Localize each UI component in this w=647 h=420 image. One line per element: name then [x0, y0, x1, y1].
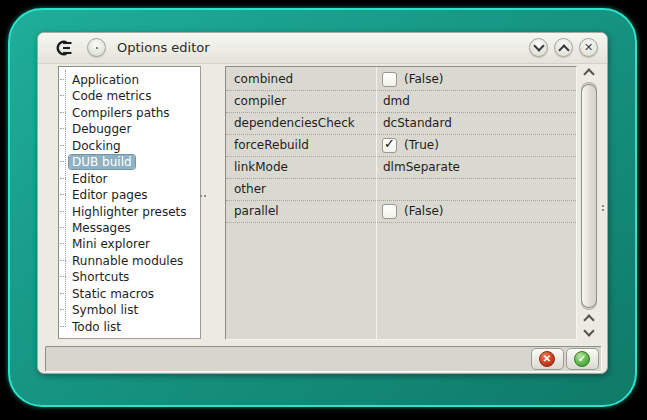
sidebar-item-label: Docking: [69, 139, 124, 153]
maximize-button[interactable]: [554, 38, 573, 57]
sidebar-item-runnable-modules[interactable]: Runnable modules: [59, 253, 200, 269]
scroll-down-button[interactable]: [579, 326, 599, 340]
sidebar-item-label: DUB build: [69, 155, 135, 169]
chevron-up-icon: [583, 314, 594, 325]
cancel-button[interactable]: ✕: [531, 348, 564, 370]
property-name: parallel: [234, 201, 372, 222]
splitter-handle[interactable]: [200, 195, 209, 198]
sidebar-item-compilers-paths[interactable]: Compilers paths: [59, 105, 200, 121]
sidebar-item-label: Compilers paths: [69, 106, 173, 120]
property-value-text: (False): [404, 201, 444, 222]
property-value: dcStandard: [377, 113, 576, 134]
scrollbar-thumb[interactable]: [581, 84, 597, 308]
sidebar-item-label: Symbol list: [69, 303, 141, 317]
chevron-up-icon: [583, 68, 594, 79]
property-row[interactable]: parallel(False): [226, 201, 576, 223]
property-name: linkMode: [234, 157, 372, 178]
property-row[interactable]: dependenciesCheckdcStandard: [226, 113, 576, 135]
property-value: ✓(True): [377, 135, 576, 156]
sidebar-item-label: Editor: [69, 172, 111, 186]
property-row[interactable]: combined(False): [226, 69, 576, 91]
sidebar-item-label: Runnable modules: [69, 254, 186, 268]
sidebar-item-todo-list[interactable]: Todo list: [59, 319, 200, 335]
property-value: dlmSeparate: [377, 157, 576, 178]
titlebar[interactable]: Options editor ✕: [38, 33, 607, 64]
sidebar-item-label: Editor pages: [69, 188, 151, 202]
coedit-logo-icon: [55, 40, 72, 56]
sidebar-item-label: Mini explorer: [69, 237, 153, 251]
sidebar-item-symbol-list[interactable]: Symbol list: [59, 302, 200, 318]
property-row[interactable]: compilerdmd: [226, 91, 576, 113]
red-cross-icon: ✕: [539, 351, 555, 367]
sidebar-item-highlighter-presets[interactable]: Highlighter presets: [59, 204, 200, 220]
chevron-down-icon: [583, 325, 594, 336]
property-value-text: (False): [404, 69, 444, 90]
property-name: other: [234, 179, 372, 200]
chevron-up-icon: [558, 44, 569, 55]
right-splitter-handle[interactable]: [602, 205, 605, 215]
property-row[interactable]: other: [226, 179, 576, 201]
property-value-text: dmd: [383, 91, 410, 112]
sidebar-item-mini-explorer[interactable]: Mini explorer: [59, 236, 200, 252]
sidebar-item-label: Shortcuts: [69, 270, 132, 284]
sidebar-item-messages[interactable]: Messages: [59, 220, 200, 236]
sidebar-item-static-macros[interactable]: Static macros: [59, 286, 200, 302]
category-list: ApplicationCode metricsCompilers pathsDe…: [58, 66, 201, 339]
sidebar-item-editor[interactable]: Editor: [59, 171, 200, 187]
close-icon: ✕: [580, 39, 597, 56]
sidebar-item-label: Debugger: [69, 122, 134, 136]
property-row[interactable]: linkModedlmSeparate: [226, 157, 576, 179]
scroll-up-button-bottom[interactable]: [579, 312, 599, 326]
property-value-text: (True): [404, 135, 439, 156]
sidebar-item-label: Todo list: [69, 320, 124, 334]
chevron-down-icon: [533, 40, 544, 51]
checkbox[interactable]: [382, 72, 397, 87]
grid-scrollbar[interactable]: [579, 66, 599, 340]
close-button[interactable]: ✕: [579, 38, 598, 57]
property-name: dependenciesCheck: [234, 113, 372, 134]
property-row[interactable]: forceRebuild✓(True): [226, 135, 576, 157]
window-title: Options editor: [117, 33, 210, 63]
sidebar-item-dub-build[interactable]: DUB build: [59, 154, 200, 170]
category-list-items: ApplicationCode metricsCompilers pathsDe…: [59, 67, 200, 335]
property-value: dmd: [377, 91, 576, 112]
sidebar-item-label: Messages: [69, 221, 134, 235]
sidebar-item-shortcuts[interactable]: Shortcuts: [59, 269, 200, 285]
footer-bar: ✕ ✓: [45, 346, 602, 372]
property-value: [377, 179, 576, 200]
sidebar-item-debugger[interactable]: Debugger: [59, 121, 200, 137]
sidebar-item-label: Application: [69, 73, 142, 87]
property-rows: combined(False)compilerdmddependenciesCh…: [226, 69, 576, 223]
property-name: forceRebuild: [234, 135, 372, 156]
sidebar-item-application[interactable]: Application: [59, 72, 200, 88]
checkmark-icon: ✓: [384, 136, 395, 151]
property-value: (False): [377, 69, 576, 90]
property-value-text: dcStandard: [383, 113, 452, 134]
window-menu-button[interactable]: [87, 38, 106, 57]
sidebar-item-label: Code metrics: [69, 89, 154, 103]
sidebar-item-label: Static macros: [69, 287, 157, 301]
property-name: combined: [234, 69, 372, 90]
sidebar-item-label: Highlighter presets: [69, 205, 190, 219]
checkbox[interactable]: ✓: [382, 138, 397, 153]
green-check-icon: ✓: [574, 351, 590, 367]
scroll-up-button[interactable]: [579, 66, 599, 80]
sidebar-item-code-metrics[interactable]: Code metrics: [59, 88, 200, 104]
property-value: (False): [377, 201, 576, 222]
checkbox[interactable]: [382, 204, 397, 219]
minimize-button[interactable]: [529, 38, 548, 57]
sidebar-item-docking[interactable]: Docking: [59, 138, 200, 154]
property-grid: combined(False)compilerdmddependenciesCh…: [225, 66, 577, 340]
sidebar-item-editor-pages[interactable]: Editor pages: [59, 187, 200, 203]
property-value-text: dlmSeparate: [383, 157, 460, 178]
accept-button[interactable]: ✓: [566, 348, 599, 370]
property-name: compiler: [234, 91, 372, 112]
options-editor-window: Options editor ✕ ApplicationCode metrics…: [37, 32, 608, 374]
